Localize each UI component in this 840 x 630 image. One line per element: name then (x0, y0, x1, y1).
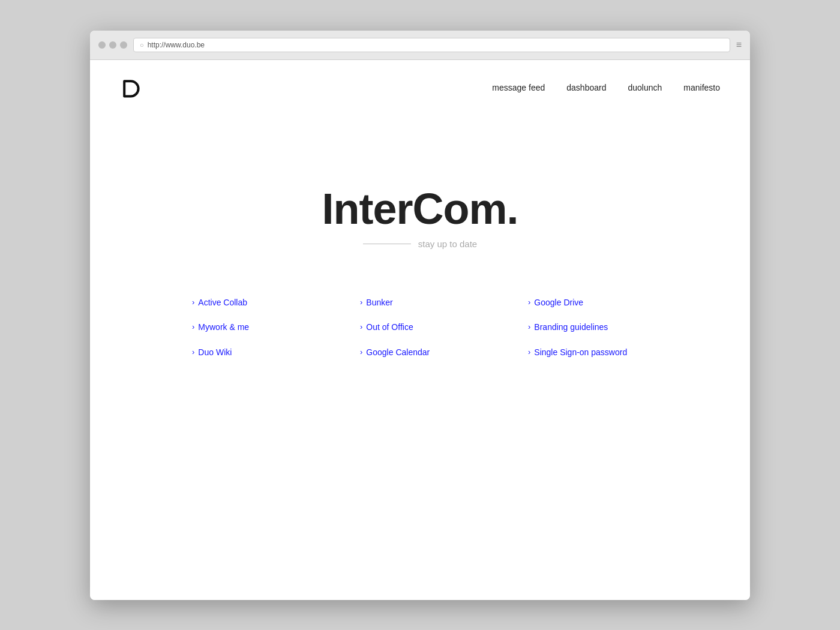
link-duo-wiki[interactable]: › Duo Wiki (192, 347, 312, 359)
link-out-of-office[interactable]: › Out of Office (360, 322, 480, 334)
nav-message-feed[interactable]: message feed (492, 83, 545, 92)
hero-subtitle: stay up to date (363, 239, 477, 249)
link-label: Mywork & me (198, 322, 249, 334)
traffic-light-close[interactable] (98, 41, 106, 49)
links-grid: › Active Collab › Bunker › Google Drive … (192, 297, 648, 359)
link-label: Duo Wiki (198, 347, 232, 359)
nav-manifesto[interactable]: manifesto (683, 83, 720, 92)
traffic-light-minimize[interactable] (109, 41, 116, 49)
link-branding-guidelines[interactable]: › Branding guidelines (528, 322, 648, 334)
hero-title: InterCom. (322, 187, 518, 230)
browser-content: message feed dashboard duolunch manifest… (90, 60, 750, 600)
chevron-icon: › (528, 347, 530, 356)
main-content: InterCom. stay up to date › Active Colla… (90, 115, 750, 359)
chevron-icon: › (360, 298, 362, 307)
logo[interactable] (120, 77, 142, 98)
chevron-icon: › (192, 322, 194, 331)
browser-window: ○ http://www.duo.be ≡ message feed dashb… (90, 31, 750, 600)
subtitle-line (363, 244, 411, 244)
link-label: Bunker (366, 297, 392, 309)
link-label: Single Sign-on password (534, 347, 627, 359)
subtitle-text: stay up to date (418, 239, 477, 249)
link-single-sign-on[interactable]: › Single Sign-on password (528, 347, 648, 359)
site-header: message feed dashboard duolunch manifest… (90, 60, 750, 115)
link-active-collab[interactable]: › Active Collab (192, 297, 312, 309)
location-icon: ○ (140, 41, 144, 49)
chevron-icon: › (528, 322, 530, 331)
chevron-icon: › (528, 298, 530, 307)
link-label: Google Drive (534, 297, 583, 309)
link-google-calendar[interactable]: › Google Calendar (360, 347, 480, 359)
link-label: Google Calendar (366, 347, 430, 359)
traffic-lights (98, 41, 127, 49)
chevron-icon: › (360, 322, 362, 331)
link-label: Out of Office (366, 322, 413, 334)
link-bunker[interactable]: › Bunker (360, 297, 480, 309)
traffic-light-maximize[interactable] (120, 41, 127, 49)
address-bar[interactable]: ○ http://www.duo.be (133, 38, 730, 52)
link-google-drive[interactable]: › Google Drive (528, 297, 648, 309)
link-mywork-me[interactable]: › Mywork & me (192, 322, 312, 334)
nav-duolunch[interactable]: duolunch (628, 83, 662, 92)
nav-dashboard[interactable]: dashboard (566, 83, 606, 92)
main-nav: message feed dashboard duolunch manifest… (492, 83, 720, 92)
link-label: Active Collab (198, 297, 247, 309)
url-text: http://www.duo.be (148, 41, 205, 49)
browser-chrome: ○ http://www.duo.be ≡ (90, 31, 750, 60)
browser-menu-icon[interactable]: ≡ (736, 40, 742, 50)
link-label: Branding guidelines (534, 322, 608, 334)
chevron-icon: › (192, 347, 194, 356)
chevron-icon: › (192, 298, 194, 307)
chevron-icon: › (360, 347, 362, 356)
